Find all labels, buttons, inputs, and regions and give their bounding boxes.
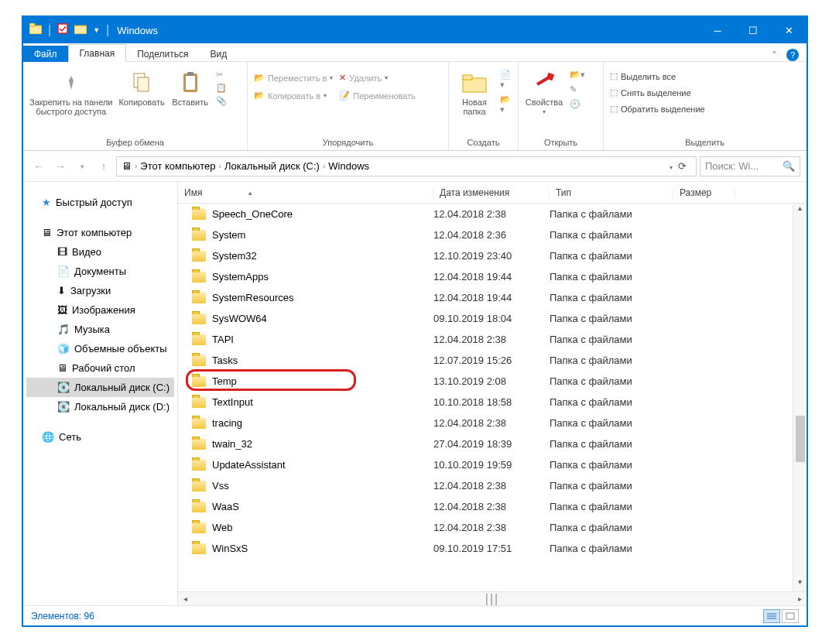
file-row[interactable]: SystemResources12.04.2018 19:44Папка с ф… bbox=[178, 287, 807, 308]
file-name: WinSxS bbox=[212, 543, 248, 554]
file-row[interactable]: SysWOW6409.10.2019 18:04Папка с файлами bbox=[178, 308, 807, 329]
move-to-button[interactable]: 📂Переместить в ▾ bbox=[254, 71, 333, 84]
sidebar-quick-access[interactable]: ★Быстрый доступ bbox=[26, 193, 174, 212]
col-size[interactable]: Размер bbox=[673, 187, 735, 198]
minimize-button[interactable]: ─ bbox=[700, 17, 735, 43]
delete-icon: ✕ bbox=[339, 73, 346, 83]
select-none-button[interactable]: ⬚Снять выделение bbox=[610, 86, 705, 99]
search-input[interactable]: Поиск: Wi... 🔍 bbox=[700, 156, 800, 176]
file-date: 12.04.2018 19:44 bbox=[433, 292, 550, 303]
nav-back-button[interactable]: ← bbox=[29, 157, 48, 176]
rename-button[interactable]: 📝Переименовать bbox=[339, 89, 416, 102]
help-icon[interactable]: ? bbox=[786, 49, 799, 61]
close-button[interactable]: ✕ bbox=[771, 17, 807, 43]
tab-home[interactable]: Главная bbox=[68, 44, 127, 62]
copy-button[interactable]: Копировать bbox=[118, 65, 164, 107]
sidebar-item[interactable]: 🖥Рабочий стол bbox=[26, 358, 174, 378]
sidebar-item[interactable]: 🎵Музыка bbox=[26, 320, 174, 339]
sidebar-network[interactable]: 🌐Сеть bbox=[26, 427, 174, 447]
file-row[interactable]: WinSxS09.10.2019 17:51Папка с файлами bbox=[178, 538, 807, 559]
item-label: Локальный диск (C:) bbox=[74, 382, 170, 393]
pin-quick-access-button[interactable]: Закрепить на панели быстрого доступа bbox=[29, 65, 112, 116]
file-row[interactable]: Speech_OneCore12.04.2018 2:38Папка с фай… bbox=[178, 204, 807, 224]
qat-dropdown-icon[interactable]: ▼ bbox=[93, 26, 100, 34]
open-icon[interactable]: 📂▾ bbox=[570, 70, 585, 80]
sidebar-item[interactable]: 💽Локальный диск (D:) bbox=[26, 397, 174, 416]
file-row[interactable]: TAPI12.04.2018 2:38Папка с файлами bbox=[178, 329, 807, 350]
select-all-button[interactable]: ⬚Выделить все bbox=[610, 70, 705, 83]
easy-access-icon[interactable]: 📂▾ bbox=[500, 94, 512, 115]
col-date[interactable]: Дата изменения bbox=[433, 187, 550, 198]
details-view-button[interactable] bbox=[763, 609, 780, 623]
svg-rect-9 bbox=[463, 78, 486, 92]
sidebar-item[interactable]: ⬇Загрузки bbox=[26, 281, 174, 300]
scroll-left-icon[interactable]: ◂ bbox=[178, 594, 192, 603]
breadcrumb-item[interactable]: Локальный диск (C:) bbox=[224, 160, 320, 172]
new-folder-button[interactable]: Новая папка bbox=[455, 65, 494, 116]
sidebar-item[interactable]: 💽Локальный диск (C:) bbox=[26, 378, 174, 397]
file-row[interactable]: System12.04.2018 2:36Папка с файлами bbox=[178, 224, 807, 245]
file-row[interactable]: tracing12.04.2018 2:38Папка с файлами bbox=[178, 413, 807, 433]
sidebar-item[interactable]: 🎞Видео bbox=[26, 242, 174, 262]
file-row[interactable]: System3212.10.2019 23:40Папка с файлами bbox=[178, 245, 807, 266]
folder-icon bbox=[192, 293, 206, 303]
chevron-right-icon: › bbox=[135, 162, 137, 170]
scroll-up-icon[interactable]: ▴ bbox=[793, 204, 807, 218]
chevron-down-icon[interactable]: ▾ bbox=[670, 164, 673, 171]
invert-selection-button[interactable]: ⬚Обратить выделение bbox=[610, 102, 705, 115]
file-row[interactable]: UpdateAssistant10.10.2019 19:59Папка с ф… bbox=[178, 454, 807, 475]
nav-recent-button[interactable]: ▾ bbox=[73, 157, 91, 176]
cut-button[interactable]: ✂ bbox=[216, 68, 227, 81]
nav-forward-button[interactable]: → bbox=[51, 157, 70, 176]
tab-view[interactable]: Вид bbox=[199, 46, 238, 62]
file-row[interactable]: Vss12.04.2018 2:38Папка с файлами bbox=[178, 475, 807, 496]
history-icon[interactable]: 🕘 bbox=[570, 99, 585, 109]
qat-new-folder-icon[interactable] bbox=[74, 23, 87, 37]
breadcrumb[interactable]: 🖥 › Этот компьютер › Локальный диск (C:)… bbox=[116, 156, 697, 176]
scroll-down-icon[interactable]: ▾ bbox=[793, 577, 807, 591]
large-icons-view-button[interactable] bbox=[782, 609, 799, 623]
file-row[interactable]: Temp13.10.2019 2:08Папка с файлами bbox=[178, 371, 807, 392]
invert-icon: ⬚ bbox=[610, 104, 618, 114]
sidebar-item[interactable]: 📄Документы bbox=[26, 262, 174, 281]
paste-button[interactable]: Вставить bbox=[171, 65, 210, 107]
file-row[interactable]: WaaS12.04.2018 2:38Папка с файлами bbox=[178, 496, 807, 517]
file-row[interactable]: twain_3227.04.2019 18:39Папка с файлами bbox=[178, 433, 807, 454]
file-row[interactable]: TextInput10.10.2018 18:58Папка с файлами bbox=[178, 392, 807, 413]
svg-rect-0 bbox=[29, 26, 42, 34]
new-item-icon[interactable]: 📄▾ bbox=[500, 70, 512, 90]
col-name[interactable]: Имя▴ bbox=[178, 187, 433, 198]
file-date: 10.10.2019 19:59 bbox=[433, 459, 550, 471]
svg-rect-8 bbox=[187, 72, 194, 76]
scroll-right-icon[interactable]: ▸ bbox=[793, 594, 807, 603]
item-count: Элементов: 96 bbox=[31, 611, 94, 622]
maximize-button[interactable]: ☐ bbox=[735, 17, 771, 43]
sidebar-item[interactable]: 🖼Изображения bbox=[26, 300, 174, 320]
col-type[interactable]: Тип bbox=[550, 187, 673, 198]
properties-button[interactable]: Свойства▾ bbox=[525, 65, 563, 115]
breadcrumb-item[interactable]: Этот компьютер bbox=[140, 160, 215, 172]
svg-rect-2 bbox=[58, 24, 67, 33]
file-row[interactable]: SystemApps12.04.2018 19:44Папка с файлам… bbox=[178, 266, 807, 287]
vertical-scrollbar[interactable]: ▴ ▾ bbox=[793, 204, 807, 591]
breadcrumb-item[interactable]: Windows bbox=[328, 160, 369, 172]
file-date: 12.04.2018 2:38 bbox=[433, 480, 550, 492]
edit-icon[interactable]: ✎ bbox=[570, 84, 585, 94]
tab-file[interactable]: Файл bbox=[23, 46, 68, 62]
copy-to-button[interactable]: 📂Копировать в ▾ bbox=[254, 89, 333, 102]
delete-button[interactable]: ✕Удалить ▾ bbox=[339, 71, 416, 84]
qat-properties-icon[interactable] bbox=[57, 23, 68, 37]
file-row[interactable]: Web12.04.2018 2:38Папка с файлами bbox=[178, 517, 807, 538]
horizontal-scrollbar[interactable]: ◂ ||| ▸ bbox=[178, 591, 807, 605]
copy-path-button[interactable]: 📋 bbox=[216, 81, 227, 94]
collapse-ribbon-icon[interactable]: ˄ bbox=[772, 50, 777, 61]
sidebar-item[interactable]: 🧊Объемные объекты bbox=[26, 339, 174, 358]
paste-shortcut-button[interactable]: 📎 bbox=[216, 94, 227, 108]
tab-share[interactable]: Поделиться bbox=[126, 46, 199, 62]
item-label: Локальный диск (D:) bbox=[74, 401, 170, 413]
scroll-thumb[interactable] bbox=[796, 416, 805, 462]
refresh-icon[interactable]: ⟳ bbox=[678, 160, 687, 172]
file-row[interactable]: Tasks12.07.2019 15:26Папка с файлами bbox=[178, 350, 807, 371]
sidebar-this-pc[interactable]: 🖥Этот компьютер bbox=[26, 223, 174, 242]
nav-up-button[interactable]: ↑ bbox=[94, 157, 113, 176]
